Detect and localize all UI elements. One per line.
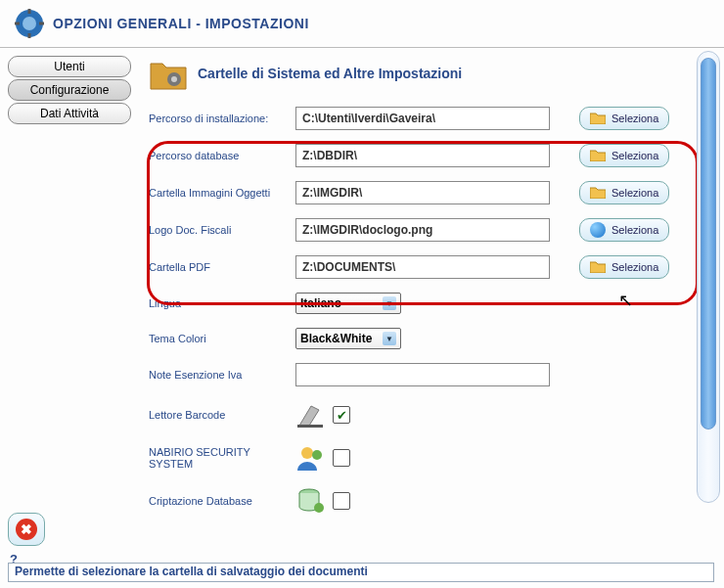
- row-note: Note Esenzione Iva: [149, 363, 714, 386]
- row-cripto: Criptazione Database: [149, 486, 714, 516]
- users-icon: [295, 443, 327, 473]
- folder-icon: [590, 187, 606, 199]
- input-pdf-path[interactable]: [295, 255, 550, 279]
- label-barcode: Lettore Barcode: [149, 409, 295, 421]
- svg-rect-4: [15, 23, 20, 25]
- input-logo-path[interactable]: [295, 218, 550, 242]
- row-db: Percorso database Seleziona: [149, 144, 714, 167]
- label-img: Cartella Immagini Oggetti: [149, 187, 295, 199]
- folder-icon: [590, 261, 606, 273]
- folder-icon: [590, 113, 606, 124]
- close-button[interactable]: ✖: [8, 513, 45, 546]
- dropdown-lingua[interactable]: Italiano ▼: [295, 293, 401, 314]
- select-db-label: Seleziona: [611, 150, 658, 161]
- row-lingua: Lingua Italiano ▼: [149, 293, 714, 314]
- config-panel: Cartelle di Sistema ed Altre Impostazion…: [131, 54, 724, 529]
- row-img: Cartella Immagini Oggetti Seleziona: [149, 181, 714, 204]
- window-title: OPZIONI GENERALI - IMPOSTAZIONI: [53, 16, 309, 31]
- row-logo: Logo Doc. Fiscali Seleziona: [149, 218, 714, 242]
- select-install-label: Seleziona: [611, 113, 658, 124]
- close-icon: ✖: [16, 519, 37, 540]
- dropdown-tema[interactable]: Black&White ▼: [295, 328, 401, 349]
- panel-heading: Cartelle di Sistema ed Altre Impostazion…: [198, 66, 462, 81]
- status-bar: Permette di selezionare la cartella di s…: [8, 563, 714, 582]
- folder-icon: [590, 150, 606, 161]
- scrollbar-thumb[interactable]: [701, 58, 716, 430]
- title-bar: OPZIONI GENERALI - IMPOSTAZIONI: [0, 0, 724, 48]
- panel-header: Cartelle di Sistema ed Altre Impostazion…: [149, 54, 714, 93]
- vertical-scrollbar[interactable]: [697, 51, 720, 503]
- input-img-path[interactable]: [295, 181, 550, 204]
- folder-gear-icon: [149, 54, 188, 93]
- checkbox-nabirio[interactable]: [333, 449, 350, 467]
- select-logo-label: Seleziona: [611, 224, 658, 236]
- select-pdf-label: Seleziona: [611, 261, 658, 273]
- chevron-down-icon: ▼: [383, 296, 396, 310]
- svg-rect-3: [28, 33, 31, 38]
- label-note: Note Esenzione Iva: [149, 369, 295, 381]
- row-pdf: Cartella PDF Seleziona: [149, 255, 714, 279]
- svg-point-1: [23, 17, 36, 30]
- select-img-button[interactable]: Seleziona: [579, 181, 669, 204]
- tab-configurazione[interactable]: Configurazione: [8, 79, 131, 101]
- row-install: Percorso di installazione: Seleziona: [149, 107, 714, 130]
- row-tema: Tema Colori Black&White ▼: [149, 328, 714, 349]
- select-install-button[interactable]: Seleziona: [579, 107, 669, 130]
- label-lingua: Lingua: [149, 297, 295, 309]
- checkbox-cripto[interactable]: [333, 492, 350, 510]
- row-nabirio: NABIRIO SECURITY SYSTEM: [149, 443, 714, 473]
- label-nabirio: NABIRIO SECURITY SYSTEM: [149, 446, 295, 470]
- tab-dati-attivita[interactable]: Dati Attività: [8, 103, 131, 124]
- dropdown-lingua-value: Italiano: [300, 296, 341, 310]
- label-install: Percorso di installazione:: [149, 113, 295, 124]
- select-logo-button[interactable]: Seleziona: [579, 218, 669, 242]
- label-logo: Logo Doc. Fiscali: [149, 224, 295, 236]
- label-pdf: Cartella PDF: [149, 261, 295, 273]
- barcode-reader-icon: [295, 400, 327, 430]
- dropdown-tema-value: Black&White: [300, 332, 372, 345]
- side-tabs: Utenti Configurazione Dati Attività: [8, 56, 131, 126]
- label-cripto: Criptazione Database: [149, 495, 295, 507]
- row-barcode: Lettore Barcode ✔: [149, 400, 714, 430]
- select-db-button[interactable]: Seleziona: [579, 144, 669, 167]
- checkbox-barcode[interactable]: ✔: [333, 406, 350, 424]
- tab-utenti[interactable]: Utenti: [8, 56, 131, 77]
- label-db: Percorso database: [149, 150, 295, 161]
- chevron-down-icon: ▼: [383, 332, 396, 345]
- svg-point-9: [301, 447, 313, 459]
- select-img-label: Seleziona: [611, 187, 658, 199]
- svg-rect-5: [39, 23, 44, 25]
- input-install-path[interactable]: [295, 107, 550, 130]
- svg-rect-2: [28, 9, 31, 14]
- select-pdf-button[interactable]: Seleziona: [579, 255, 669, 279]
- gear-icon: [14, 8, 45, 39]
- input-note[interactable]: [295, 363, 550, 386]
- svg-rect-8: [297, 425, 323, 428]
- svg-point-7: [171, 76, 177, 82]
- input-db-path[interactable]: [295, 144, 550, 167]
- globe-icon: [590, 222, 606, 238]
- database-lock-icon: [295, 486, 327, 516]
- label-tema: Tema Colori: [149, 333, 295, 344]
- svg-point-10: [312, 450, 322, 460]
- svg-point-12: [314, 503, 324, 513]
